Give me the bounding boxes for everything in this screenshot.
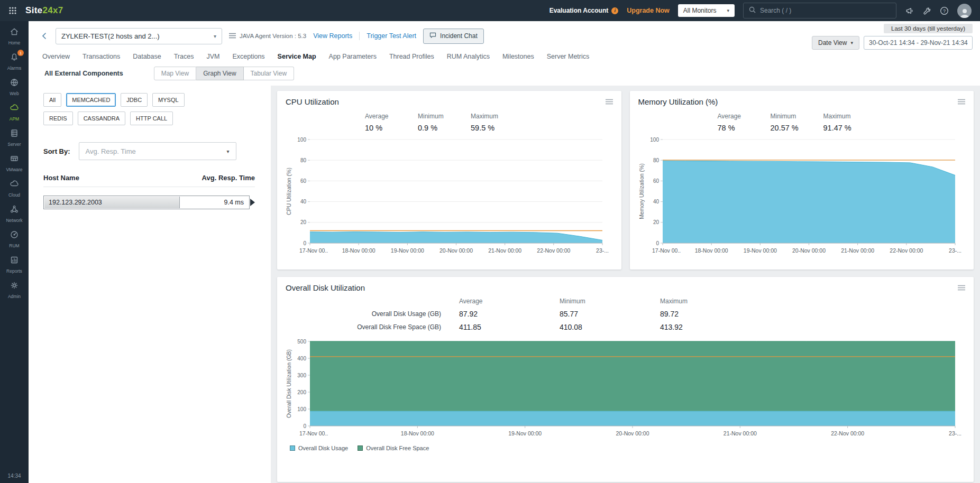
card-menu-icon[interactable] <box>958 285 965 291</box>
svg-text:17-Nov 00..: 17-Nov 00.. <box>299 430 328 436</box>
tab-overview[interactable]: Overview <box>42 53 70 60</box>
site24x7-logo[interactable]: Site24x7 <box>25 5 63 16</box>
view-toggle-map-view[interactable]: Map View <box>154 67 196 80</box>
subbar-title: All External Components <box>44 70 123 77</box>
apm-icon <box>10 103 19 115</box>
cpu-utilization-card: CPU Utilization Average10 %Minimum0.9 %M… <box>277 91 621 270</box>
sort-by-label: Sort By: <box>43 147 70 155</box>
tools-wrench-icon[interactable] <box>922 6 931 15</box>
sidebar-item-server[interactable]: Server <box>0 125 29 150</box>
sidebar: HomeAlarms1WebAPMServerVMwareCloudNetwor… <box>0 21 29 483</box>
sidebar-item-label: Server <box>7 142 21 147</box>
filter-all[interactable]: All <box>43 93 61 107</box>
sidebar-item-reports[interactable]: Reports <box>0 252 29 277</box>
component-filters: AllMEMCACHEDJDBCMYSQLREDISCASSANDRAHTTP … <box>43 93 207 125</box>
back-arrow-icon[interactable] <box>40 32 49 40</box>
avg-resp-time-column: Avg. Resp. Time <box>202 174 255 182</box>
svg-text:19-Nov 00:00: 19-Nov 00:00 <box>391 247 424 254</box>
tab-transactions[interactable]: Transactions <box>83 53 120 60</box>
sidebar-item-vmware[interactable]: VMware <box>0 150 29 175</box>
list-icon <box>229 33 236 40</box>
alarm-count-badge: 1 <box>17 50 24 56</box>
tab-bar: OverviewTransactionsDatabaseTracesJVMExc… <box>29 51 980 66</box>
view-toggle-graph-view[interactable]: Graph View <box>196 67 243 80</box>
tab-milestones[interactable]: Milestones <box>502 53 534 60</box>
announcements-icon[interactable] <box>905 6 914 15</box>
tab-thread-profiles[interactable]: Thread Profiles <box>389 53 434 60</box>
help-icon[interactable]: ? <box>940 6 949 15</box>
web-icon <box>10 78 19 89</box>
svg-text:20-Nov 00:00: 20-Nov 00:00 <box>616 430 649 436</box>
filter-mysql[interactable]: MYSQL <box>152 93 185 107</box>
card-menu-icon[interactable] <box>606 99 613 105</box>
sidebar-item-label: Reports <box>6 268 22 274</box>
reports-icon <box>10 255 19 267</box>
svg-text:20-Nov 00:00: 20-Nov 00:00 <box>792 247 825 254</box>
svg-text:0: 0 <box>303 240 306 246</box>
tab-exceptions[interactable]: Exceptions <box>232 53 264 60</box>
period-chip: Last 30 days (till yesterday) <box>884 24 973 33</box>
tab-database[interactable]: Database <box>133 53 161 60</box>
sort-by-dropdown[interactable]: Avg. Resp. Time ▾ <box>79 142 236 160</box>
sidebar-item-network[interactable]: Network <box>0 201 29 226</box>
view-toggle-tabular-view[interactable]: Tabular View <box>244 67 294 80</box>
chevron-down-icon: ▾ <box>214 33 216 39</box>
tab-app-parameters[interactable]: App Parameters <box>329 53 377 60</box>
sidebar-item-apm[interactable]: APM <box>0 99 29 125</box>
home-icon <box>10 27 19 39</box>
disk-stats-row: Overall Disk Free Space (GB)411.85410.08… <box>300 323 965 331</box>
memory-card-title: Memory Utilization (%) <box>638 97 718 106</box>
tab-server-metrics[interactable]: Server Metrics <box>547 53 590 60</box>
info-icon[interactable]: i <box>611 7 618 14</box>
search-input[interactable] <box>760 7 891 14</box>
cpu-card-title: CPU Utilization <box>286 97 339 106</box>
subbar: All External Components Map ViewGraph Vi… <box>29 66 980 86</box>
tab-traces[interactable]: Traces <box>174 53 194 60</box>
filter-cassandra[interactable]: CASSANDRA <box>78 112 125 125</box>
sidebar-item-label: RUM <box>9 243 19 248</box>
vmware-icon <box>10 154 19 165</box>
network-icon <box>10 205 19 216</box>
svg-text:18-Nov 00:00: 18-Nov 00:00 <box>694 247 728 254</box>
tab-rum-analytics[interactable]: RUM Analytics <box>447 53 490 60</box>
apps-grid-icon[interactable] <box>8 6 17 15</box>
filter-memcached[interactable]: MEMCACHED <box>66 93 116 107</box>
sidebar-clock: 14:34 <box>7 473 21 483</box>
card-menu-icon[interactable] <box>958 99 965 105</box>
view-reports-link[interactable]: View Reports <box>313 32 352 40</box>
cpu-stats: Average10 %Minimum0.9 %Maximum59.5 % <box>365 113 613 132</box>
all-monitors-dropdown[interactable]: All Monitors ▾ <box>678 4 735 17</box>
user-avatar[interactable] <box>957 4 972 18</box>
host-row[interactable]: 192.123.292.2003 9.4 ms <box>43 196 250 209</box>
memory-utilization-card: Memory Utilization (%) Average78 %Minimu… <box>630 91 974 270</box>
sidebar-item-cloud[interactable]: Cloud <box>0 175 29 201</box>
tab-jvm[interactable]: JVM <box>206 53 219 60</box>
sidebar-item-admin[interactable]: Admin <box>0 277 29 302</box>
incident-chat-button[interactable]: Incident Chat <box>423 29 484 44</box>
svg-text:23-...: 23-... <box>949 430 961 436</box>
topbar: Site24x7 Evaluation Account i Upgrade No… <box>0 0 980 21</box>
svg-text:17-Nov 00..: 17-Nov 00.. <box>652 247 681 254</box>
upgrade-now-link[interactable]: Upgrade Now <box>627 7 670 14</box>
filter-jdbc[interactable]: JDBC <box>121 93 148 107</box>
sidebar-item-web[interactable]: Web <box>0 74 29 99</box>
sidebar-item-label: Admin <box>8 294 21 299</box>
svg-text:19-Nov 00:00: 19-Nov 00:00 <box>508 430 542 436</box>
legend-swatch <box>290 445 295 451</box>
date-view-button[interactable]: Date View ▾ <box>812 36 859 50</box>
memory-chart: 02040608010017-Nov 00..18-Nov 00:0019-No… <box>638 134 963 257</box>
host-name: 192.123.292.2003 <box>44 199 102 206</box>
date-range-input[interactable]: 30-Oct-21 14:34 - 29-Nov-21 14:34 <box>864 36 973 50</box>
svg-text:Overall Disk Utilization (GB): Overall Disk Utilization (GB) <box>286 349 292 418</box>
agent-version: JAVA Agent Version : 5.3 <box>229 33 306 40</box>
filter-http-call[interactable]: HTTP CALL <box>130 112 173 125</box>
sidebar-item-home[interactable]: Home <box>0 23 29 49</box>
filter-redis[interactable]: REDIS <box>43 112 73 125</box>
trigger-test-alert-link[interactable]: Trigger Test Alert <box>367 32 416 40</box>
disk-stats-header: AverageMinimumMaximum <box>300 298 965 305</box>
application-selector[interactable]: ZYLKER-TEST(2 hosts and 2...) ▾ <box>56 28 222 44</box>
admin-icon <box>10 281 19 292</box>
tab-service-map[interactable]: Service Map <box>278 53 316 60</box>
sidebar-item-rum[interactable]: RUM <box>0 226 29 252</box>
sidebar-item-alarms[interactable]: Alarms1 <box>0 49 29 74</box>
